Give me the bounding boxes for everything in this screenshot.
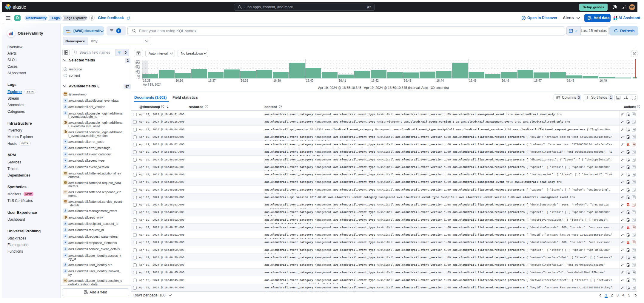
- svg-text:aws: aws: [66, 30, 70, 32]
